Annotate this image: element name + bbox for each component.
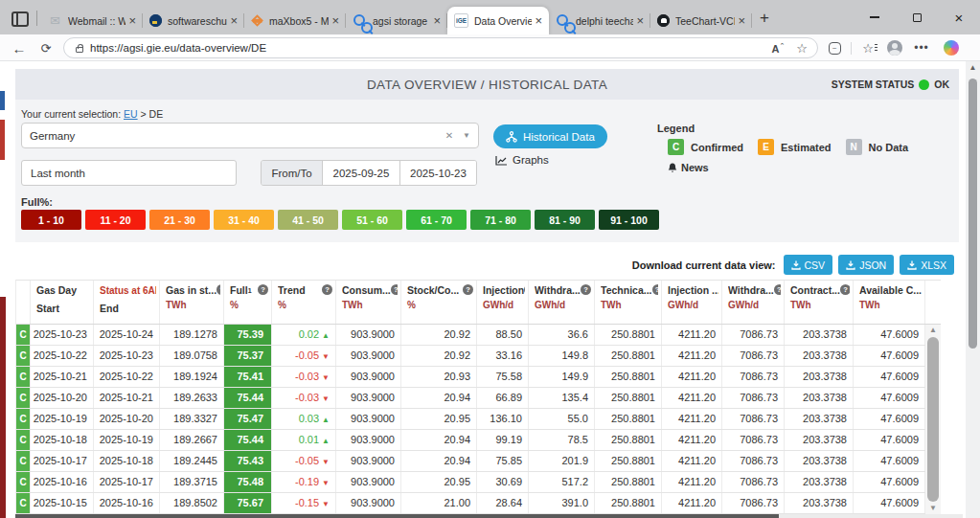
cell-stock: 20.92: [401, 346, 477, 366]
favorites-icon[interactable]: ☆: [856, 34, 879, 61]
help-icon[interactable]: ?: [391, 284, 398, 295]
help-icon[interactable]: ?: [463, 284, 473, 295]
tab-close-icon[interactable]: ×: [535, 14, 542, 27]
graphs-link[interactable]: Graphs: [495, 154, 549, 166]
graphs-label: Graphs: [513, 154, 549, 166]
cell-stock: 20.95: [401, 472, 477, 492]
tab-close-icon[interactable]: ×: [128, 14, 136, 27]
back-button[interactable]: ←: [8, 34, 31, 61]
date-from-input[interactable]: 2025-09-25: [323, 161, 399, 185]
browser-tab[interactable]: softwareschule×: [143, 7, 244, 34]
background-window-sliver: [0, 297, 6, 518]
country-select[interactable]: Germany ✕ ▼: [21, 123, 479, 148]
refresh-button[interactable]: ⟳: [34, 34, 57, 61]
github-favicon: [657, 14, 670, 27]
browser-tab[interactable]: ✉Webmail :: We×: [41, 7, 143, 34]
tab-close-icon[interactable]: ×: [738, 14, 745, 27]
download-xlsx-button[interactable]: XLSX: [900, 255, 954, 275]
column-title: Injection?: [483, 284, 525, 297]
historical-data-button[interactable]: Historical Data: [493, 124, 607, 148]
cell-injection: 136.10: [477, 409, 529, 429]
cell-start: 2025-10-22: [31, 346, 94, 366]
legend-label: Confirmed: [691, 142, 743, 153]
column-header-status: [16, 281, 31, 324]
table-vertical-scrollbar[interactable]: ▲ ▼: [925, 325, 941, 514]
trend-down-icon: ▼: [322, 352, 330, 361]
read-aloud-icon[interactable]: A⌃: [772, 42, 786, 55]
scroll-up-icon[interactable]: ▲: [925, 325, 941, 336]
clear-selection-icon[interactable]: ✕: [445, 130, 453, 141]
scrollbar-thumb[interactable]: [15, 514, 779, 518]
browser-tab[interactable]: TeeChart-VCL×: [650, 7, 752, 34]
navigation-bar: ← ⟳ https://agsi.gie.eu/data-overview/DE…: [0, 34, 980, 61]
cell-stock: 20.92: [401, 325, 477, 345]
address-bar[interactable]: https://agsi.gie.eu/data-overview/DE A⌃ …: [63, 37, 818, 58]
help-icon[interactable]: ?: [322, 284, 332, 295]
add-favorite-icon[interactable]: ☆: [796, 41, 808, 56]
browser-tab[interactable]: delphi teechar×: [549, 7, 650, 34]
news-link[interactable]: News: [668, 162, 916, 173]
cell-technical: 250.8801: [595, 388, 662, 408]
selection-separator: >: [138, 108, 149, 120]
profile-avatar[interactable]: [883, 34, 906, 61]
table-row: C2025-10-202025-10-21189.263375.44-0.03▼…: [16, 388, 941, 409]
help-icon[interactable]: ?: [774, 284, 781, 295]
tab-close-icon[interactable]: ×: [636, 14, 644, 27]
cell-injection: 99.19: [477, 430, 529, 450]
date-to-input[interactable]: 2025-10-23: [399, 161, 476, 185]
close-button[interactable]: ×: [938, 0, 980, 34]
download-json-button[interactable]: JSON: [838, 255, 894, 275]
scrollbar-thumb[interactable]: [969, 79, 977, 349]
legend-label: No Data: [869, 142, 909, 153]
horizontal-scrollbar[interactable]: [15, 514, 963, 518]
cell-full: 75.39: [224, 325, 272, 345]
cell-technical: 250.8801: [595, 346, 662, 366]
browser-tab[interactable]: agsi storage -×: [346, 7, 447, 34]
period-input[interactable]: Last month: [21, 160, 237, 186]
table-row: C2025-10-212025-10-22189.192475.41-0.03▼…: [16, 367, 941, 388]
minimize-button[interactable]: [854, 0, 896, 34]
scroll-down-icon[interactable]: ▼: [925, 503, 941, 514]
selection-value: DE: [149, 108, 164, 120]
cell-injection: 88.50: [477, 325, 529, 345]
tab-title: maXbox5 - Ma: [269, 15, 329, 27]
cell-end: 2025-10-19: [94, 430, 160, 450]
maximize-button[interactable]: [896, 0, 938, 34]
column-header-full: Full1?%: [224, 281, 272, 324]
cell-end: 2025-10-23: [94, 346, 160, 366]
help-icon[interactable]: ?: [217, 284, 220, 295]
column-unit: %: [278, 300, 332, 310]
full-range-chip: 91 - 100: [599, 210, 659, 230]
cell-end: 2025-10-24: [94, 325, 160, 345]
scrollbar-thumb[interactable]: [927, 337, 939, 502]
scroll-up-icon[interactable]: ▲: [966, 63, 980, 72]
column-title: Stock/Co...?: [407, 284, 473, 297]
help-icon[interactable]: ?: [652, 284, 659, 295]
lock-icon[interactable]: [76, 47, 83, 53]
system-status: SYSTEM STATUS OK: [832, 69, 949, 100]
page-scrollbar[interactable]: ▲: [966, 61, 980, 518]
browser-tab[interactable]: maXbox5 - Ma×: [244, 7, 346, 34]
cell-contracted: 203.3738: [785, 493, 854, 513]
download-csv-button[interactable]: CSV: [784, 255, 833, 275]
selection-eu-link[interactable]: EU: [124, 108, 138, 120]
chart-icon: [495, 155, 508, 166]
cell-status: C: [16, 346, 31, 366]
url-text[interactable]: https://agsi.gie.eu/data-overview/DE: [90, 42, 772, 54]
help-icon[interactable]: ?: [581, 284, 591, 295]
settings-menu-icon[interactable]: •••: [910, 34, 933, 61]
tab-actions-icon[interactable]: [11, 11, 29, 27]
browser-tab[interactable]: iGEData Overview×: [447, 7, 549, 34]
tab-close-icon[interactable]: ×: [331, 14, 339, 27]
help-icon[interactable]: ?: [524, 284, 525, 295]
help-icon[interactable]: ?: [258, 284, 268, 295]
full-range-chip: 1 - 10: [21, 210, 81, 230]
cell-withdrawal: 135.4: [529, 388, 595, 408]
tab-close-icon[interactable]: ×: [433, 14, 441, 27]
new-tab-button[interactable]: +: [760, 10, 769, 26]
copilot-icon[interactable]: [939, 34, 964, 61]
download-button-label: XLSX: [921, 259, 946, 271]
help-icon[interactable]: ?: [840, 284, 850, 295]
tab-close-icon[interactable]: ×: [230, 14, 238, 27]
browser-essentials-icon[interactable]: ~: [824, 34, 845, 61]
